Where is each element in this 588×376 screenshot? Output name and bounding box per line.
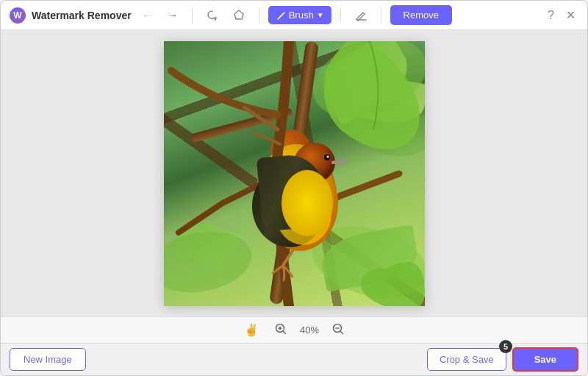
redo-button[interactable]: → — [162, 6, 183, 25]
bird-chest — [282, 170, 333, 236]
divider-1 — [192, 8, 193, 23]
history-tools: ← → — [137, 6, 183, 25]
undo-button[interactable]: ← — [137, 6, 158, 25]
image-container — [164, 41, 425, 306]
footer-right: 5 Crop & Save Save — [427, 347, 578, 372]
hand-tool-button[interactable]: ✌ — [241, 320, 262, 340]
zoom-in-button[interactable] — [272, 320, 290, 341]
lasso-button[interactable] — [201, 6, 223, 25]
brush-dropdown-icon: ▼ — [317, 11, 324, 19]
remove-button[interactable]: Remove — [390, 5, 452, 25]
canvas-area[interactable] — [1, 30, 587, 316]
polygon-button[interactable] — [228, 6, 250, 25]
crop-save-button[interactable]: Crop & Save — [427, 348, 506, 371]
leaf-bottom-left — [173, 216, 241, 270]
brush-button[interactable]: Brush ▼ — [268, 6, 331, 24]
erase-button[interactable] — [350, 6, 372, 25]
divider-2 — [259, 8, 259, 23]
bird-body — [245, 130, 348, 247]
divider-3 — [340, 8, 341, 23]
selection-tools — [201, 6, 250, 25]
save-button[interactable]: Save — [512, 347, 578, 372]
close-button[interactable]: ✕ — [563, 7, 578, 24]
titlebar: W Watermark Remover ← → — [1, 1, 587, 30]
new-image-button[interactable]: New Image — [10, 348, 86, 371]
titlebar-right: ? ✕ — [545, 7, 578, 24]
bird-image — [164, 41, 425, 306]
zoom-level: 40% — [300, 324, 319, 336]
app-icon: W — [10, 7, 26, 24]
app-title: Watermark Remover — [32, 10, 132, 21]
divider-4 — [381, 8, 381, 23]
step-badge: 5 — [499, 340, 512, 353]
help-button[interactable]: ? — [545, 7, 557, 24]
zoom-out-button[interactable] — [329, 320, 347, 341]
footer: New Image 5 Crop & Save Save — [1, 343, 587, 375]
titlebar-left: W Watermark Remover ← → — [10, 5, 452, 25]
bottom-toolbar: ✌ 40% — [1, 316, 587, 343]
